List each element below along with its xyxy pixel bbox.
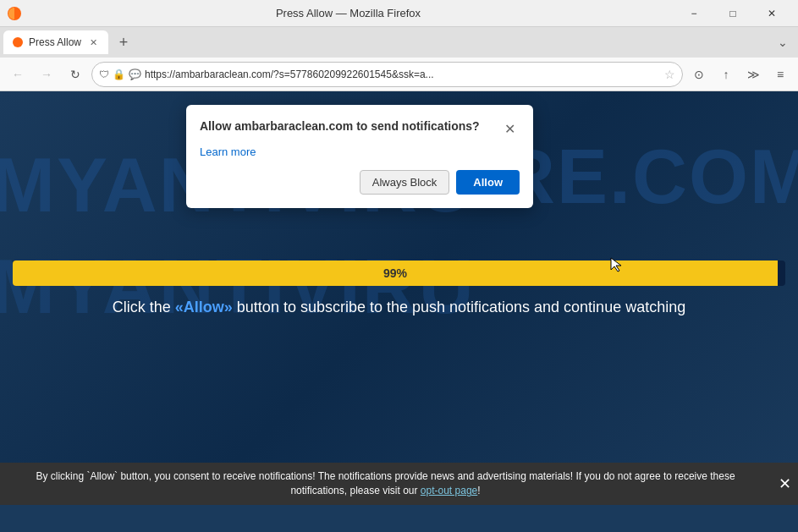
menu-button[interactable]: ≡	[768, 62, 793, 87]
bottom-bar-suffix: !	[477, 485, 480, 496]
bottom-bar-prefix: By clicking `Allow` button, you consent …	[36, 470, 735, 496]
nav-bar: ← → ↻ 🛡 🔒 💬 https://ambarbaraclean.com/?…	[0, 58, 798, 91]
maximize-button[interactable]: □	[713, 0, 752, 27]
tab-favicon	[12, 36, 24, 48]
minimize-button[interactable]: −	[674, 0, 713, 27]
nav-right-buttons: ⊙ ↑ ≫ ≡	[686, 62, 793, 87]
popup-buttons: Always Block Allow	[200, 170, 520, 195]
bookmark-star-icon[interactable]: ☆	[664, 68, 675, 81]
always-block-button[interactable]: Always Block	[360, 170, 450, 195]
pocket-button[interactable]: ⊙	[686, 62, 712, 87]
bottom-notification-bar: By clicking `Allow` button, you consent …	[0, 463, 798, 505]
url-text: https://ambarbaraclean.com/?s=5778602099…	[145, 69, 661, 80]
reload-button[interactable]: ↻	[63, 62, 88, 87]
bottom-bar-close-button[interactable]: ✕	[779, 474, 791, 493]
tab-list-button[interactable]: ⌄	[771, 30, 795, 54]
new-tab-button[interactable]: +	[112, 30, 135, 54]
speech-icon: 💬	[129, 69, 141, 80]
back-button[interactable]: ←	[5, 62, 30, 87]
window-controls: − □ ✕	[674, 0, 791, 27]
active-tab[interactable]: Press Allow ✕	[3, 30, 108, 54]
share-button[interactable]: ↑	[713, 62, 739, 87]
extensions-button[interactable]: ≫	[740, 62, 766, 87]
window-title: Press Allow — Mozilla Firefox	[22, 7, 674, 19]
bottom-bar-text: By clicking `Allow` button, you consent …	[7, 469, 764, 498]
allow-highlight: «Allow»	[175, 299, 233, 315]
popup-header: Allow ambarbaraclean.com to send notific…	[200, 118, 520, 139]
tab-bar: Press Allow ✕ + ⌄	[0, 27, 798, 58]
forward-button[interactable]: →	[34, 62, 59, 87]
svg-point-1	[13, 37, 23, 47]
watermark-bottom: MYANTIVIRU	[0, 244, 476, 331]
title-bar: Press Allow — Mozilla Firefox − □ ✕	[0, 0, 798, 27]
tab-close-button[interactable]: ✕	[86, 36, 100, 49]
progress-bar-inner: 99%	[13, 261, 778, 286]
progress-bar-outer: 99%	[13, 261, 785, 286]
firefox-logo	[7, 6, 22, 21]
progress-percent: 99%	[383, 266, 407, 280]
main-text: Click the «Allow» button to subscribe to…	[0, 299, 798, 316]
popup-close-button[interactable]: ✕	[499, 118, 520, 139]
tab-label: Press Allow	[29, 36, 81, 48]
close-button[interactable]: ✕	[752, 0, 791, 27]
lock-icon: 🔒	[113, 69, 125, 80]
learn-more-link[interactable]: Learn more	[200, 145, 520, 158]
address-bar[interactable]: 🛡 🔒 💬 https://ambarbaraclean.com/?s=5778…	[91, 62, 683, 87]
popup-title: Allow ambarbaraclean.com to send notific…	[200, 118, 499, 135]
page-content: MYANTIVIRU ARE.COM MYANTIVIRU 99% Click …	[0, 91, 798, 505]
allow-button[interactable]: Allow	[456, 170, 520, 195]
progress-container: 99%	[13, 261, 785, 286]
opt-out-link[interactable]: opt-out page	[421, 485, 477, 496]
shield-icon: 🛡	[99, 69, 109, 80]
notification-popup: Allow ambarbaraclean.com to send notific…	[186, 105, 533, 208]
